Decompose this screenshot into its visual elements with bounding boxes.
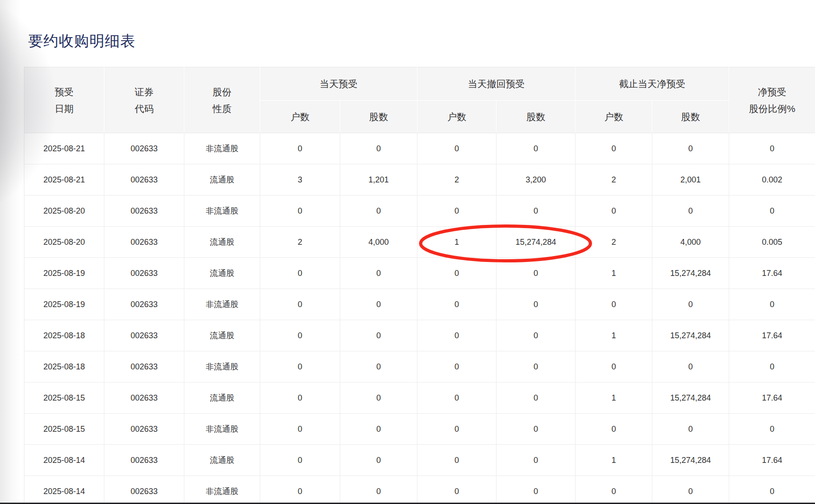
- header-cell-ratio: 净预受 股份比例%: [729, 67, 815, 133]
- cell: 15,274,284: [652, 320, 729, 351]
- cell: 1: [576, 258, 652, 289]
- header-subcell-accepted-shares: 股数: [340, 101, 417, 133]
- cell: 0: [576, 414, 652, 445]
- cell: 0.005: [729, 227, 815, 258]
- header-ratio-line1: 净预受: [729, 84, 815, 100]
- header-subcell-net-households: 户数: [576, 101, 652, 133]
- table-row: 2025-08-18002633非流通股0000000: [24, 351, 815, 383]
- cell: 2025-08-18: [24, 320, 104, 351]
- cell: 0: [417, 133, 496, 164]
- cell: 002633: [104, 476, 184, 504]
- cell: 0: [417, 320, 496, 351]
- cell: 0: [340, 383, 417, 414]
- cell: 1,201: [340, 164, 417, 196]
- cell: 0: [576, 133, 652, 164]
- table-row: 2025-08-15002633流通股0000115,274,28417.64: [24, 383, 815, 414]
- cell: 3: [260, 164, 340, 196]
- cell: 0: [496, 196, 576, 227]
- page: 要约收购明细表 预受 日期 证券 代码: [0, 0, 815, 504]
- cell: 0: [340, 196, 417, 227]
- cell: 002633: [104, 133, 184, 164]
- header-cell-date: 预受 日期: [24, 67, 104, 133]
- cell: 002633: [104, 164, 184, 196]
- header-cell-nature: 股份 性质: [184, 67, 260, 133]
- cell: 15,274,284: [496, 227, 576, 258]
- cell: 2025-08-19: [24, 289, 104, 320]
- cell: 0: [496, 445, 576, 476]
- header-subcell-withdrawn-households: 户数: [417, 101, 496, 133]
- header-ratio-line2: 股份比例%: [729, 100, 815, 117]
- cell: 0: [260, 133, 340, 164]
- cell: 002633: [104, 320, 184, 351]
- cell: 0: [260, 196, 340, 227]
- cell: 002633: [104, 258, 184, 289]
- header-group-net-accepted: 截止当天净预受: [576, 67, 729, 101]
- cell: 0: [496, 351, 576, 383]
- cell: 0: [260, 445, 340, 476]
- cell: 0: [340, 258, 417, 289]
- cell: 0: [340, 320, 417, 351]
- cell: 0: [417, 476, 496, 504]
- cell: 0: [260, 320, 340, 351]
- cell: 2: [576, 227, 652, 258]
- cell: 流通股: [184, 164, 260, 196]
- cell: 002633: [104, 414, 184, 445]
- cell: 0: [652, 289, 729, 320]
- cell: 0: [260, 289, 340, 320]
- header-group-row: 预受 日期 证券 代码 股份 性质 当天预受 当: [24, 67, 815, 101]
- cell: 0: [576, 289, 652, 320]
- cell: 002633: [104, 445, 184, 476]
- cell: 2: [417, 164, 496, 196]
- cell: 2,001: [652, 164, 729, 196]
- table-row: 2025-08-20002633流通股24,000115,274,28424,0…: [24, 227, 815, 258]
- table-row: 2025-08-20002633非流通股0000000: [24, 196, 815, 227]
- cell: 0: [260, 414, 340, 445]
- cell: 0: [652, 476, 729, 504]
- cell: 非流通股: [184, 289, 260, 320]
- cell: 17.64: [729, 445, 815, 476]
- header-subcell-net-shares: 股数: [652, 101, 729, 133]
- cell: 15,274,284: [652, 258, 729, 289]
- cell: 0: [496, 383, 576, 414]
- cell: 3,200: [496, 164, 576, 196]
- header-subcell-withdrawn-shares: 股数: [496, 101, 576, 133]
- offer-detail-table: 预受 日期 证券 代码 股份 性质 当天预受 当: [24, 67, 815, 504]
- cell: 0: [652, 196, 729, 227]
- header-group-withdrawn-today: 当天撤回预受: [417, 67, 576, 101]
- cell: 流通股: [184, 320, 260, 351]
- table-row: 2025-08-19002633流通股0000115,274,28417.64: [24, 258, 815, 289]
- cell: 0: [417, 258, 496, 289]
- cell: 0: [496, 320, 576, 351]
- cell: 002633: [104, 289, 184, 320]
- cell: 0: [260, 258, 340, 289]
- cell: 1: [576, 383, 652, 414]
- header-nature-line1: 股份: [184, 84, 260, 100]
- cell: 2025-08-18: [24, 351, 104, 383]
- cell: 非流通股: [184, 351, 260, 383]
- cell: 2: [576, 164, 652, 196]
- cell: 2025-08-21: [24, 133, 104, 164]
- cell: 2025-08-15: [24, 414, 104, 445]
- cell: 0: [652, 133, 729, 164]
- cell: 0: [260, 476, 340, 504]
- cell: 0: [417, 289, 496, 320]
- cell: 2025-08-14: [24, 476, 104, 504]
- cell: 2025-08-20: [24, 227, 104, 258]
- table-row: 2025-08-14002633流通股0000115,274,28417.64: [24, 445, 815, 476]
- cell: 0: [576, 196, 652, 227]
- header-subcell-accepted-households: 户数: [260, 101, 340, 133]
- cell: 0: [260, 351, 340, 383]
- cell: 0: [652, 351, 729, 383]
- table-body: 2025-08-21002633非流通股00000002025-08-21002…: [24, 133, 815, 504]
- cell: 002633: [104, 351, 184, 383]
- cell: 002633: [104, 196, 184, 227]
- header-cell-code: 证券 代码: [104, 67, 184, 133]
- page-title: 要约收购明细表: [28, 33, 136, 50]
- cell: 17.64: [729, 258, 815, 289]
- cell: 002633: [104, 383, 184, 414]
- cell: 0: [729, 476, 815, 504]
- cell: 0: [340, 445, 417, 476]
- cell: 0: [496, 414, 576, 445]
- cell: 2: [260, 227, 340, 258]
- table-row: 2025-08-14002633非流通股0000000: [24, 476, 815, 504]
